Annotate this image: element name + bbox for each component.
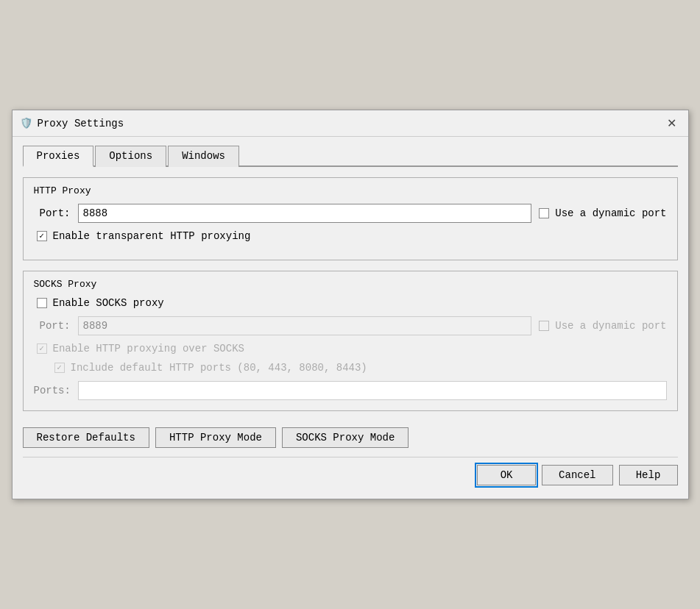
window-body: Proxies Options Windows HTTP Proxy Port:… [13,137,688,499]
window-title: Proxy Settings [38,118,124,129]
socks-include-default-ports-label: Include default HTTP ports (80, 443, 808… [71,362,367,374]
http-transparent-row: Enable transparent HTTP proxying [34,230,667,242]
cancel-button[interactable]: Cancel [542,465,612,485]
footer-row: OK Cancel Help [23,457,678,488]
restore-defaults-button[interactable]: Restore Defaults [23,427,149,448]
help-button[interactable]: Help [619,465,678,485]
http-port-input[interactable] [78,204,532,223]
socks-proxy-title: SOCKS Proxy [34,279,667,290]
socks-port-row: Port: Use a dynamic port [34,316,667,335]
proxy-settings-window: 🛡️ Proxy Settings ✕ Proxies Options Wind… [12,110,689,499]
socks-enable-checkbox[interactable] [37,298,47,308]
http-transparent-checkbox[interactable] [37,231,47,241]
tab-proxies[interactable]: Proxies [23,146,94,167]
http-proxy-mode-button[interactable]: HTTP Proxy Mode [155,427,276,448]
http-port-row: Port: Use a dynamic port [34,204,667,223]
socks-port-input[interactable] [78,316,532,335]
socks-enable-label: Enable SOCKS proxy [53,297,164,309]
http-transparent-label: Enable transparent HTTP proxying [53,230,251,242]
http-port-label: Port: [34,207,71,219]
socks-proxy-section: SOCKS Proxy Enable SOCKS proxy Port: Use… [23,271,678,411]
ok-button[interactable]: OK [477,465,536,485]
http-proxy-title: HTTP Proxy [34,185,667,196]
socks-ports-row: Ports: [34,381,667,400]
http-proxy-section: HTTP Proxy Port: Use a dynamic port Enab… [23,177,678,260]
socks-enable-row: Enable SOCKS proxy [34,297,667,309]
tab-options[interactable]: Options [95,146,166,167]
tab-windows[interactable]: Windows [168,146,239,167]
app-icon: 🛡️ [20,117,33,130]
http-dynamic-port-group: Use a dynamic port [539,207,666,219]
socks-include-default-ports-checkbox[interactable] [54,363,65,373]
bottom-action-bar: Restore Defaults HTTP Proxy Mode SOCKS P… [23,421,678,451]
socks-dynamic-port-checkbox[interactable] [539,321,549,331]
socks-http-over-socks-label: Enable HTTP proxying over SOCKS [53,343,244,355]
socks-include-default-ports-row: Include default HTTP ports (80, 443, 808… [34,362,667,374]
socks-dynamic-port-group: Use a dynamic port [539,320,666,332]
socks-ports-label: Ports: [34,385,71,396]
http-dynamic-port-checkbox[interactable] [539,208,549,218]
title-bar-left: 🛡️ Proxy Settings [20,117,124,130]
socks-proxy-mode-button[interactable]: SOCKS Proxy Mode [282,427,409,448]
socks-dynamic-port-label: Use a dynamic port [555,320,666,332]
tab-bar: Proxies Options Windows [23,144,678,167]
title-bar: 🛡️ Proxy Settings ✕ [13,110,688,137]
socks-http-over-socks-row: Enable HTTP proxying over SOCKS [34,343,667,355]
close-button[interactable]: ✕ [663,115,681,132]
left-buttons: Restore Defaults HTTP Proxy Mode SOCKS P… [23,427,409,448]
socks-ports-input[interactable] [78,381,667,400]
socks-http-over-socks-checkbox[interactable] [37,343,47,354]
socks-port-label: Port: [34,320,71,332]
http-dynamic-port-label: Use a dynamic port [555,207,666,219]
